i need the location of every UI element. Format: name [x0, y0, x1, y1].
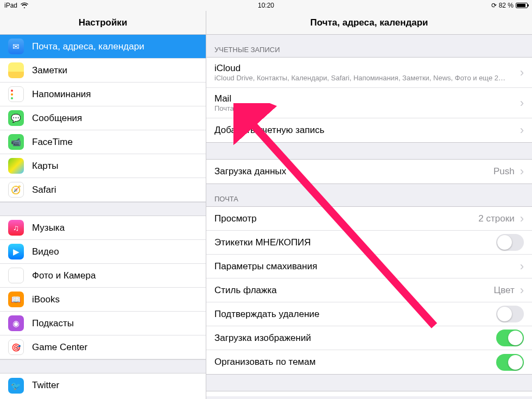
battery-icon	[516, 3, 528, 8]
safari-icon: 🧭	[8, 182, 24, 198]
account-row-icloud[interactable]: iCloud iCloud Drive, Контакты, Календари…	[206, 58, 532, 88]
account-title: Mail	[214, 93, 518, 104]
sidebar-group-gap	[0, 359, 206, 373]
confirm-delete-toggle[interactable]	[496, 306, 524, 322]
sidebar-item-reminders[interactable]: Напоминания	[0, 83, 206, 106]
preview-label: Просмотр	[214, 213, 257, 224]
fetch-label: Загрузка данных	[214, 166, 286, 177]
sidebar-item-music[interactable]: ♫ Музыка	[0, 216, 206, 240]
tome-cc-toggle[interactable]	[496, 234, 524, 251]
chevron-right-icon: ›	[520, 67, 524, 79]
chevron-right-icon: ›	[520, 284, 524, 296]
sidebar-item-facetime[interactable]: 📹 FaceTime	[0, 130, 206, 154]
battery-percent: 82 %	[499, 2, 514, 9]
sidebar-item-label: Сообщения	[32, 113, 82, 124]
messages-icon: 💬	[8, 110, 24, 126]
account-title: iCloud	[214, 63, 518, 74]
preview-row[interactable]: Просмотр 2 строки ›	[206, 207, 532, 231]
chevron-right-icon: ›	[520, 213, 524, 225]
chevron-right-icon: ›	[520, 166, 524, 178]
sidebar-item-twitter[interactable]: 🐦 Twitter	[0, 373, 206, 397]
flag-row[interactable]: Стиль флажка Цвет ›	[206, 278, 532, 302]
ibooks-icon: 📖	[8, 292, 24, 307]
organize-thread-label: Организовать по темам	[214, 357, 315, 368]
settings-sidebar: Настройки ✉︎ Почта, адреса, календари За…	[0, 11, 206, 399]
sidebar-item-ibooks[interactable]: 📖 iBooks	[0, 288, 206, 312]
account-row-mail[interactable]: Mail Почта ›	[206, 88, 532, 118]
sidebar-item-label: Музыка	[32, 223, 65, 233]
chevron-right-icon: ›	[520, 261, 524, 273]
sidebar-item-label: Почта, адреса, календари	[32, 41, 144, 52]
podcasts-icon: ◉	[8, 315, 24, 331]
fetch-row[interactable]: Загрузка данных Push ›	[206, 160, 532, 183]
sidebar-item-messages[interactable]: 💬 Сообщения	[0, 106, 206, 130]
sidebar-item-podcasts[interactable]: ◉ Подкасты	[0, 312, 206, 335]
orientation-lock-icon: ⟳	[491, 2, 497, 9]
reminders-icon	[8, 86, 24, 102]
sidebar-item-label: Подкасты	[32, 318, 74, 329]
chevron-right-icon: ›	[520, 97, 524, 109]
sidebar-item-gamecenter[interactable]: 🎯 Game Center	[0, 335, 206, 359]
swipe-label: Параметры смахивания	[214, 261, 317, 272]
detail-title: Почта, адреса, календари	[206, 11, 532, 35]
notes-icon	[8, 62, 24, 78]
facetime-icon: 📹	[8, 134, 24, 150]
fetch-value: Push	[493, 166, 515, 177]
section-header-mail: ПОЧТА	[206, 184, 532, 206]
sidebar-item-label: Напоминания	[32, 89, 91, 100]
sidebar-item-safari[interactable]: 🧭 Safari	[0, 178, 206, 202]
account-sub: iCloud Drive, Контакты, Календари, Safar…	[214, 74, 518, 82]
load-images-label: Загрузка изображений	[214, 333, 311, 344]
section-header-accounts: УЧЕТНЫЕ ЗАПИСИ	[206, 35, 532, 57]
flag-value: Цвет	[494, 285, 515, 296]
load-images-toggle[interactable]	[496, 330, 524, 346]
status-bar: iPad 10:20 ⟳ 82 %	[0, 0, 532, 11]
detail-pane: Почта, адреса, календари УЧЕТНЫЕ ЗАПИСИ …	[206, 11, 532, 399]
mail-icon: ✉︎	[8, 39, 24, 54]
tome-cc-row[interactable]: Этикетки МНЕ/КОПИЯ	[206, 231, 532, 255]
load-images-row[interactable]: Загрузка изображений	[206, 326, 532, 350]
sidebar-group-gap	[0, 202, 206, 216]
sidebar-item-notes[interactable]: Заметки	[0, 59, 206, 83]
device-label: iPad	[4, 2, 17, 9]
add-account-row[interactable]: Добавить учетную запись ›	[206, 118, 532, 142]
preview-value: 2 строки	[478, 213, 514, 224]
add-account-label: Добавить учетную запись	[214, 125, 325, 136]
sidebar-item-label: Фото и Камера	[32, 270, 96, 281]
confirm-delete-label: Подтверждать удаление	[214, 309, 320, 320]
sidebar-item-label: Game Center	[32, 342, 87, 353]
sidebar-item-mail[interactable]: ✉︎ Почта, адреса, календари	[0, 35, 206, 59]
sidebar-title: Настройки	[0, 11, 206, 35]
account-sub: Почта	[214, 104, 518, 112]
sidebar-item-label: Safari	[32, 185, 56, 195]
confirm-delete-row[interactable]: Подтверждать удаление	[206, 302, 532, 326]
clock: 10:20	[258, 2, 274, 9]
maps-icon	[8, 158, 24, 174]
organize-thread-row[interactable]: Организовать по темам	[206, 350, 532, 374]
sidebar-item-label: Заметки	[32, 65, 67, 76]
gamecenter-icon: 🎯	[8, 339, 24, 355]
organize-thread-toggle[interactable]	[496, 354, 524, 371]
sidebar-item-label: FaceTime	[32, 137, 73, 148]
music-icon: ♫	[8, 220, 24, 236]
wifi-icon	[21, 2, 28, 10]
chevron-right-icon: ›	[520, 124, 524, 136]
photos-icon: ❀	[8, 268, 24, 283]
sidebar-item-maps[interactable]: Карты	[0, 154, 206, 178]
sidebar-item-label: Видео	[32, 246, 59, 257]
sidebar-item-video[interactable]: ▶ Видео	[0, 240, 206, 264]
swipe-row[interactable]: Параметры смахивания ›	[206, 255, 532, 278]
sidebar-item-photos[interactable]: ❀ Фото и Камера	[0, 264, 206, 288]
sidebar-item-label: Карты	[32, 161, 58, 172]
sidebar-item-label: Twitter	[32, 380, 59, 391]
twitter-icon: 🐦	[8, 378, 24, 394]
tome-cc-label: Этикетки МНЕ/КОПИЯ	[214, 237, 311, 248]
video-icon: ▶	[8, 244, 24, 259]
flag-label: Стиль флажка	[214, 285, 277, 296]
sidebar-item-label: iBooks	[32, 294, 60, 305]
